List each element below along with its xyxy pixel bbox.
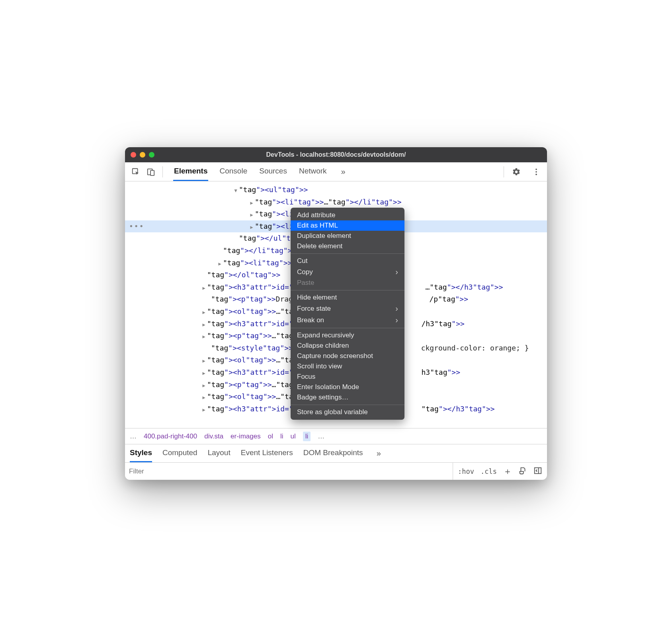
context-menu-item[interactable]: Collapse children bbox=[291, 341, 404, 351]
context-menu-separator bbox=[291, 405, 404, 405]
maximize-window-button[interactable] bbox=[149, 152, 154, 158]
expand-arrow-icon[interactable] bbox=[248, 196, 255, 208]
device-toolbar-icon[interactable] bbox=[144, 165, 158, 179]
context-menu-label: Collapse children bbox=[297, 342, 349, 350]
subtab-dom-breakpoints[interactable]: DOM Breakpoints bbox=[303, 444, 363, 462]
expand-arrow-icon[interactable] bbox=[217, 257, 223, 269]
new-style-rule-icon[interactable]: ＋ bbox=[503, 465, 512, 477]
context-menu-label: Delete element bbox=[297, 242, 342, 250]
styles-subtabs: Styles Computed Layout Event Listeners D… bbox=[125, 444, 547, 462]
context-menu-label: Break on bbox=[297, 316, 324, 324]
breadcrumb-item[interactable]: 400.pad-right-400 bbox=[144, 432, 197, 440]
dom-line[interactable]: "tag"><ul"tag">> bbox=[125, 184, 547, 196]
context-menu-separator bbox=[291, 253, 404, 254]
context-menu-item[interactable]: Hide element bbox=[291, 292, 404, 303]
expand-arrow-icon[interactable] bbox=[201, 354, 207, 366]
context-menu-item[interactable]: Badge settings… bbox=[291, 392, 404, 403]
toolbar-right bbox=[504, 166, 543, 177]
minimize-window-button[interactable] bbox=[140, 152, 145, 158]
expand-arrow-icon[interactable] bbox=[201, 330, 207, 342]
breadcrumb-trailing-ellipsis[interactable]: … bbox=[318, 432, 324, 440]
subtab-styles[interactable]: Styles bbox=[130, 444, 152, 462]
context-menu-label: Capture node screenshot bbox=[297, 352, 373, 360]
dom-line[interactable]: "tag"><li"tag">>…"tag"></li"tag">> bbox=[125, 196, 547, 208]
context-menu-item[interactable]: Delete element bbox=[291, 241, 404, 251]
expand-arrow-icon[interactable] bbox=[201, 403, 207, 415]
tab-network[interactable]: Network bbox=[298, 162, 328, 181]
svg-rect-2 bbox=[150, 170, 154, 175]
context-menu-item: Paste bbox=[291, 278, 404, 288]
breadcrumb-leading-ellipsis[interactable]: … bbox=[130, 432, 137, 440]
subtab-event-listeners[interactable]: Event Listeners bbox=[241, 444, 293, 462]
context-menu-item[interactable]: Cut bbox=[291, 256, 404, 266]
window-controls bbox=[131, 152, 154, 158]
inspect-element-icon[interactable] bbox=[129, 165, 143, 179]
context-menu-item[interactable]: Duplicate element bbox=[291, 231, 404, 241]
breadcrumb-selected-item[interactable]: li bbox=[303, 432, 311, 441]
context-menu-item[interactable]: Force state bbox=[291, 303, 404, 314]
subtab-computed[interactable]: Computed bbox=[162, 444, 197, 462]
expand-arrow-icon[interactable] bbox=[201, 366, 207, 379]
dom-breadcrumb[interactable]: … 400.pad-right-400 div.sta er-images ol… bbox=[125, 428, 547, 444]
context-menu-separator bbox=[291, 328, 404, 328]
context-menu-item[interactable]: Capture node screenshot bbox=[291, 351, 404, 361]
expand-arrow-icon[interactable] bbox=[201, 306, 207, 318]
expand-arrow-icon[interactable] bbox=[201, 281, 207, 294]
cls-toggle[interactable]: .cls bbox=[481, 467, 497, 475]
svg-point-5 bbox=[535, 173, 537, 175]
selected-line-indicator-icon: ••• bbox=[129, 220, 145, 233]
context-menu-item[interactable]: Edit as HTML bbox=[291, 220, 404, 231]
context-menu-item[interactable]: Store as global variable bbox=[291, 407, 404, 417]
expand-arrow-icon[interactable] bbox=[201, 379, 207, 391]
context-menu-label: Badge settings… bbox=[297, 393, 348, 401]
context-menu-item[interactable]: Add attribute bbox=[291, 210, 404, 220]
styles-filter-row: :hov .cls ＋ bbox=[125, 462, 547, 480]
breadcrumb-item[interactable]: ol bbox=[268, 432, 273, 440]
expand-arrow-icon[interactable] bbox=[201, 318, 207, 330]
context-menu-item[interactable]: Expand recursively bbox=[291, 330, 404, 341]
expand-arrow-icon[interactable] bbox=[248, 208, 255, 220]
context-menu-item[interactable]: Break on bbox=[291, 314, 404, 326]
context-menu-label: Duplicate element bbox=[297, 232, 351, 240]
tab-elements[interactable]: Elements bbox=[173, 162, 208, 181]
styles-filter-controls: :hov .cls ＋ bbox=[453, 463, 547, 480]
context-menu-label: Cut bbox=[297, 257, 307, 265]
breadcrumb-item[interactable]: li bbox=[280, 432, 283, 440]
panel-tabs: Elements Console Sources Network » bbox=[173, 162, 502, 181]
context-menu-item[interactable]: Enter Isolation Mode bbox=[291, 382, 404, 392]
tab-console[interactable]: Console bbox=[219, 162, 248, 181]
context-menu-label: Edit as HTML bbox=[297, 222, 338, 230]
close-window-button[interactable] bbox=[131, 152, 136, 158]
toolbar-separator bbox=[162, 166, 163, 177]
context-menu-label: Focus bbox=[297, 373, 315, 381]
context-menu-item[interactable]: Copy bbox=[291, 266, 404, 278]
context-menu-item[interactable]: Focus bbox=[291, 372, 404, 382]
context-menu-label: Force state bbox=[297, 305, 331, 313]
titlebar: DevTools - localhost:8080/docs/devtools/… bbox=[125, 147, 547, 162]
subtab-layout[interactable]: Layout bbox=[208, 444, 231, 462]
context-menu-item[interactable]: Scroll into view bbox=[291, 361, 404, 372]
context-menu-label: Store as global variable bbox=[297, 408, 368, 416]
styles-filter-input[interactable] bbox=[125, 466, 453, 477]
context-menu-label: Expand recursively bbox=[297, 331, 354, 339]
tab-sources[interactable]: Sources bbox=[258, 162, 288, 181]
window-title: DevTools - localhost:8080/docs/devtools/… bbox=[125, 151, 547, 158]
more-subtabs-button[interactable]: » bbox=[373, 449, 384, 458]
context-menu-label: Enter Isolation Mode bbox=[297, 383, 359, 391]
expand-arrow-icon[interactable] bbox=[232, 184, 239, 196]
devtools-window: DevTools - localhost:8080/docs/devtools/… bbox=[125, 147, 547, 480]
expand-arrow-icon[interactable] bbox=[201, 391, 207, 403]
kebab-menu-icon[interactable] bbox=[529, 165, 543, 179]
svg-point-4 bbox=[535, 171, 537, 173]
expand-arrow-icon[interactable] bbox=[248, 220, 255, 233]
breadcrumb-item[interactable]: ul bbox=[290, 432, 295, 440]
paint-brush-icon[interactable] bbox=[518, 466, 527, 477]
computed-sidebar-toggle-icon[interactable] bbox=[533, 466, 542, 477]
breadcrumb-item[interactable]: er-images bbox=[231, 432, 261, 440]
hov-toggle[interactable]: :hov bbox=[458, 467, 474, 475]
context-menu-label: Paste bbox=[297, 279, 314, 287]
context-menu-label: Scroll into view bbox=[297, 362, 342, 370]
breadcrumb-item[interactable]: div.sta bbox=[204, 432, 223, 440]
settings-gear-icon[interactable] bbox=[510, 165, 523, 179]
more-tabs-button[interactable]: » bbox=[338, 167, 349, 176]
